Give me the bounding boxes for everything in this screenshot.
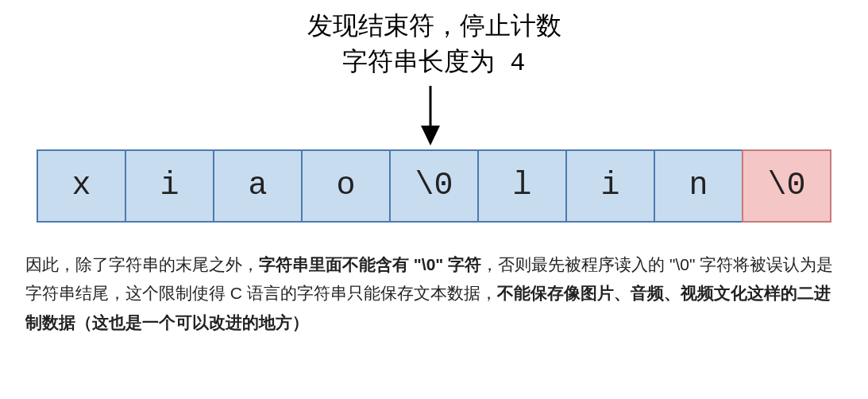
string-cell-5: l — [477, 149, 567, 223]
string-cells-row: xiao\0lin\0 — [24, 149, 844, 223]
annotation-line2: 字符串长度为 4 — [24, 44, 844, 82]
annotation-prefix: 字符串长度为 — [342, 47, 495, 76]
arrow-down-icon — [415, 86, 446, 145]
string-cell-2: a — [213, 149, 303, 223]
string-cell-4: \0 — [389, 149, 479, 223]
string-cell-8: \0 — [742, 149, 831, 223]
annotation-block: 发现结束符，停止计数 字符串长度为 4 — [24, 8, 844, 82]
para-seg2-bold: 字符串里面不能含有 "\0" 字符 — [259, 255, 481, 273]
arrow-container — [16, 86, 844, 145]
explanation-paragraph: 因此，除了字符串的末尾之外，字符串里面不能含有 "\0" 字符，否则最先被程序读… — [24, 250, 844, 338]
string-cell-6: i — [565, 149, 655, 223]
annotation-line1: 发现结束符，停止计数 — [24, 8, 844, 44]
string-cell-0: x — [37, 149, 126, 223]
annotation-length-value: 4 — [510, 48, 525, 78]
string-cell-1: i — [125, 149, 214, 223]
para-seg1: 因此，除了字符串的末尾之外， — [25, 255, 259, 273]
string-cell-3: o — [301, 149, 391, 223]
svg-marker-1 — [421, 126, 440, 145]
string-cell-7: n — [654, 149, 743, 223]
